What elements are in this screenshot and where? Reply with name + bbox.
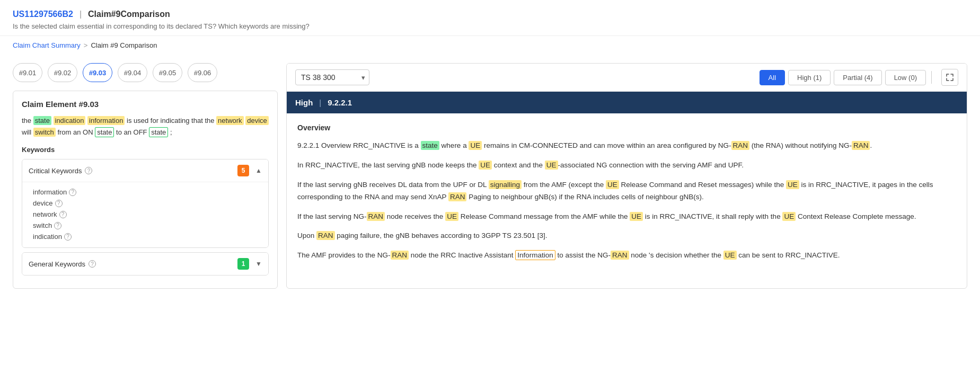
- hl-ran-3: RAN: [448, 192, 467, 201]
- hl-ue-4: UE: [606, 180, 619, 189]
- hl-signalling: signalling: [489, 180, 522, 189]
- hl-ran-7: RAN: [611, 251, 629, 260]
- para-5: Upon RAN paging failure, the gNB behaves…: [297, 230, 956, 242]
- header-separator: |: [80, 10, 82, 19]
- para-6: The AMF provides to the NG-RAN node the …: [297, 250, 956, 262]
- hl-ue-1: UE: [469, 141, 482, 150]
- para-3: If the last serving gNB receives DL data…: [297, 179, 956, 203]
- patent-id-link[interactable]: US11297566B2: [13, 10, 73, 19]
- claim-element-text: the state indication information is used…: [22, 115, 269, 138]
- general-keywords-section: General Keywords ? 1 ▼: [22, 252, 269, 276]
- keyword-item-information: information ?: [33, 186, 262, 198]
- keyword-network-info[interactable]: ?: [59, 211, 67, 218]
- critical-keywords-list: information ? device ? network ? switc: [22, 182, 268, 247]
- critical-keywords-info-icon[interactable]: ?: [85, 167, 92, 174]
- breadcrumb-current: Claim #9 Comparison: [91, 41, 157, 49]
- kw-state-1: state: [33, 116, 51, 125]
- kw-state-3: state: [149, 127, 168, 137]
- kw-switch: switch: [33, 128, 56, 137]
- breadcrumb-link[interactable]: Claim Chart Summary: [13, 41, 81, 49]
- section-separator: |: [319, 98, 321, 107]
- claim-element-title: Claim Element #9.03: [22, 100, 269, 109]
- breadcrumb: Claim Chart Summary > Claim #9 Compariso…: [0, 36, 980, 55]
- hl-ue-7: UE: [630, 212, 643, 221]
- general-keywords-header[interactable]: General Keywords ? 1 ▼: [22, 253, 268, 275]
- kw-device: device: [245, 116, 269, 125]
- kw-state-2: state: [95, 127, 114, 137]
- right-panel: TS 38 300 TS 38 321 TS 38 331 All High (…: [286, 63, 967, 289]
- keyword-device-info[interactable]: ?: [55, 200, 63, 207]
- keywords-label: Keywords: [22, 146, 269, 154]
- hl-ran-6: RAN: [391, 251, 409, 260]
- keyword-indication-text: indication: [33, 233, 62, 241]
- filter-high-button[interactable]: High (1): [788, 70, 831, 85]
- filter-bar: TS 38 300 TS 38 321 TS 38 331 All High (…: [287, 64, 967, 92]
- keyword-information-info[interactable]: ?: [69, 189, 76, 196]
- hl-ran-5: RAN: [316, 231, 335, 240]
- hl-ue-8: UE: [782, 212, 796, 221]
- expand-icon: [946, 74, 953, 81]
- keyword-indication-info[interactable]: ?: [64, 233, 72, 241]
- claim-element-box: Claim Element #9.03 the state indication…: [13, 91, 278, 289]
- hl-ran-1: RAN: [731, 141, 750, 150]
- general-keywords-count: 1: [237, 258, 249, 270]
- claim-comparison-title: Claim#9Comparison: [88, 10, 170, 19]
- tab-903[interactable]: #9.03: [83, 63, 112, 82]
- keyword-item-network: network ?: [33, 209, 262, 220]
- section-header: High | 9.2.2.1: [287, 92, 967, 113]
- kw-information: information: [87, 116, 125, 125]
- critical-keywords-label: Critical Keywords: [29, 167, 82, 175]
- tab-901[interactable]: #9.01: [13, 63, 42, 82]
- overview-title: Overview: [297, 122, 956, 135]
- para-1: 9.2.2.1 Overview RRC_INACTIVE is a state…: [297, 140, 956, 152]
- kw-network: network: [216, 116, 244, 125]
- hl-ue-9: UE: [723, 251, 737, 260]
- critical-keywords-header[interactable]: Critical Keywords ? 5 ▲: [22, 159, 268, 182]
- keyword-item-indication: indication ?: [33, 231, 262, 242]
- breadcrumb-separator: >: [84, 41, 88, 49]
- keyword-switch-info[interactable]: ?: [54, 222, 61, 229]
- hl-ue-6: UE: [445, 212, 458, 221]
- keyword-switch-text: switch: [33, 221, 52, 229]
- tab-904[interactable]: #9.04: [118, 63, 147, 82]
- hl-information: Information: [515, 250, 555, 260]
- hl-ran-4: RAN: [367, 212, 385, 221]
- general-keywords-label: General Keywords: [29, 260, 85, 268]
- hl-state-1: state: [421, 141, 439, 150]
- general-keywords-chevron-down: ▼: [255, 260, 262, 268]
- keyword-network-text: network: [33, 210, 57, 218]
- section-id: 9.2.2.1: [328, 98, 352, 107]
- tab-905[interactable]: #9.05: [153, 63, 182, 82]
- hl-ue-2: UE: [479, 161, 492, 170]
- filter-partial-button[interactable]: Partial (4): [834, 70, 881, 85]
- page-subtitle: Is the selected claim essential in corre…: [13, 22, 967, 30]
- para-4: If the last serving NG-RAN node receives…: [297, 211, 956, 223]
- filter-buttons: All High (1) Partial (4) Low (0): [760, 69, 958, 86]
- left-panel: #9.01 #9.02 #9.03 #9.04 #9.05 #9.06 Clai…: [13, 63, 278, 289]
- kw-indication: indication: [54, 116, 86, 125]
- keyword-item-device: device ?: [33, 198, 262, 209]
- keyword-device-text: device: [33, 199, 53, 207]
- critical-keywords-chevron-up: ▲: [255, 167, 262, 174]
- critical-keywords-section: Critical Keywords ? 5 ▲ information ?: [22, 159, 269, 248]
- claim-tabs: #9.01 #9.02 #9.03 #9.04 #9.05 #9.06: [13, 63, 278, 82]
- tab-906[interactable]: #9.06: [188, 63, 217, 82]
- critical-keywords-count: 5: [237, 165, 249, 176]
- hl-ue-5: UE: [786, 180, 799, 189]
- para-2: In RRC_INACTIVE, the last serving gNB no…: [297, 159, 956, 172]
- ts-select[interactable]: TS 38 300 TS 38 321 TS 38 331: [295, 69, 369, 85]
- hl-ue-3: UE: [545, 161, 558, 170]
- expand-button[interactable]: [941, 69, 958, 86]
- section-level: High: [295, 98, 313, 107]
- keyword-item-switch: switch ?: [33, 220, 262, 231]
- filter-all-button[interactable]: All: [760, 70, 785, 85]
- hl-ran-2: RAN: [852, 141, 870, 150]
- keyword-information-text: information: [33, 188, 67, 196]
- ts-select-wrapper: TS 38 300 TS 38 321 TS 38 331: [295, 69, 369, 85]
- tab-902[interactable]: #9.02: [48, 63, 77, 82]
- general-keywords-info-icon[interactable]: ?: [89, 260, 96, 268]
- content-area[interactable]: Overview 9.2.2.1 Overview RRC_INACTIVE i…: [287, 113, 967, 278]
- filter-low-button[interactable]: Low (0): [885, 70, 926, 85]
